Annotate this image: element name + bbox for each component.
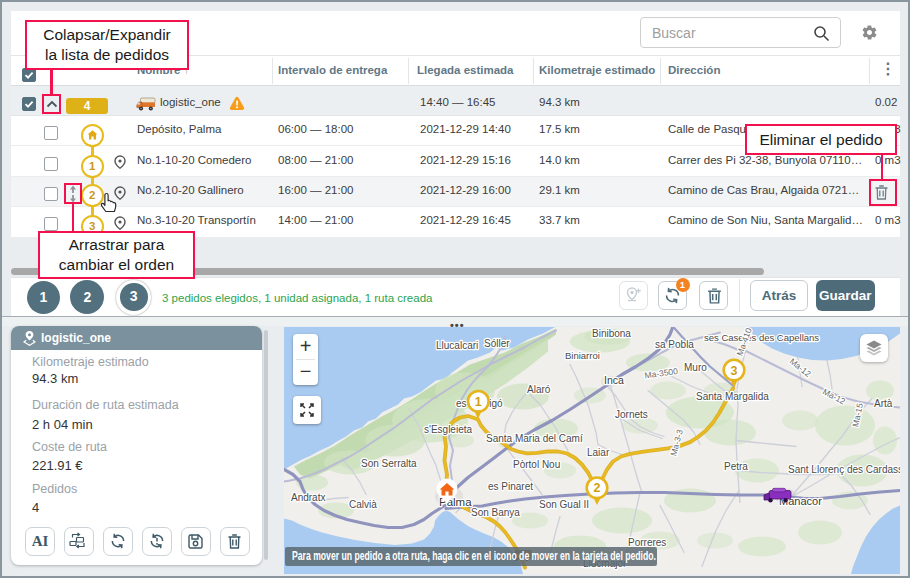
svg-text:Pòrtol Nou: Pòrtol Nou [513, 458, 560, 469]
svg-text:Sant Llorenç des Cardassa: Sant Llorenç des Cardassa [788, 463, 900, 474]
svg-text:3: 3 [731, 363, 738, 377]
svg-text:Sóller: Sóller [484, 337, 510, 348]
svg-text:Petra: Petra [724, 460, 748, 471]
svg-text:1: 1 [475, 394, 482, 408]
svg-text:ses Casetes des Capellans: ses Casetes des Capellans [704, 331, 819, 342]
svg-text:Biniarroi: Biniarroi [565, 349, 600, 360]
svg-text:Son Banya: Son Banya [471, 506, 520, 517]
svg-text:Jornets: Jornets [615, 408, 648, 419]
svg-text:Laiar: Laiar [587, 446, 610, 457]
svg-text:Inca: Inca [604, 373, 624, 385]
svg-text:s'Esgleieta: s'Esgleieta [424, 423, 472, 434]
svg-text:es Pinaret: es Pinaret [488, 480, 533, 491]
svg-text:sa Pobla: sa Pobla [655, 338, 694, 349]
svg-text:Artà: Artà [874, 397, 893, 408]
svg-text:Calvià: Calvià [349, 498, 377, 509]
svg-text:Santa Maria del Camí: Santa Maria del Camí [486, 432, 583, 443]
svg-text:Son Gual II: Son Gual II [539, 498, 589, 509]
svg-text:Santa Margalida: Santa Margalida [696, 390, 769, 401]
svg-text:Binibona: Binibona [592, 327, 631, 338]
svg-text:Llucalcari: Llucalcari [436, 339, 478, 350]
svg-text:Porreres: Porreres [628, 536, 666, 547]
svg-text:Andratx: Andratx [291, 491, 325, 502]
svg-text:Son Serralta: Son Serralta [361, 457, 417, 468]
svg-text:Muro: Muro [684, 361, 707, 372]
svg-text:Alaró: Alaró [527, 383, 551, 394]
svg-text:2: 2 [594, 481, 601, 495]
